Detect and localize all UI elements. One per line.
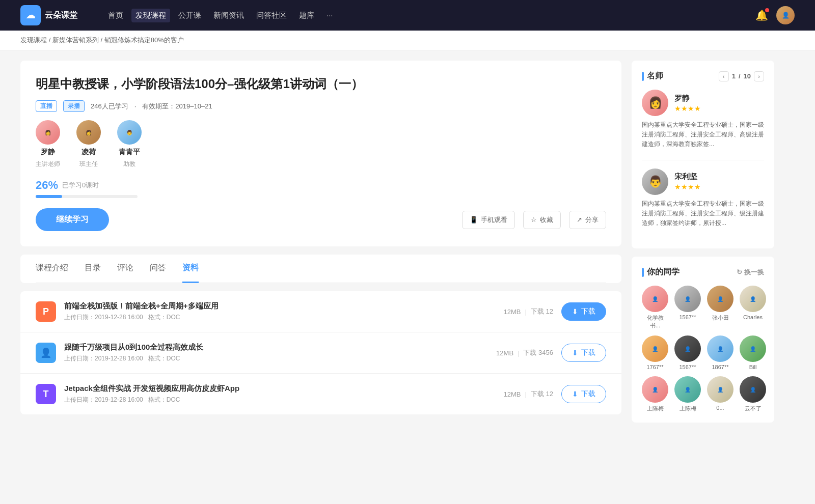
classmate-avatar-7: 👤 [740, 335, 766, 362]
breadcrumb-item-3[interactable]: 销冠修炼术搞定80%的客户 [104, 36, 184, 44]
resource-item-2: T Jetpack全组件实战 开发短视频应用高仿皮皮虾App 上传日期：2019… [20, 374, 621, 414]
pager-next[interactable]: › [754, 71, 764, 81]
nav-item-新闻资讯[interactable]: 新闻资讯 [209, 9, 248, 22]
classmate-item-5[interactable]: 👤 1567** [674, 335, 701, 370]
sidebar-teacher-1-stars: ★★★★ [674, 104, 764, 113]
download-icon-0: ⬇ [572, 307, 578, 316]
resource-item-1: 👤 跟随千万级项目从0到100全过程高效成长 上传日期：2019-12-28 1… [20, 332, 621, 374]
resource-stats-0: 12MB | 下载 12 [504, 307, 553, 316]
logo-icon: ☁ [20, 5, 41, 25]
nav-items: 首页发现课程公开课新闻资讯问答社区题库··· [104, 9, 337, 22]
resource-stats-2: 12MB | 下载 12 [504, 389, 553, 399]
left-column: 明星中教授课，小学阶段语法100分–强化级第1讲动词（一） 直播 录播 246人… [20, 61, 621, 431]
tab-catalog[interactable]: 目录 [85, 255, 101, 283]
nav-item-首页[interactable]: 首页 [104, 9, 127, 22]
course-actions: 继续学习 📱 手机观看 ☆ 收藏 ↗ 分享 [36, 208, 606, 231]
nav-bar: ☁ 云朵课堂 首页发现课程公开课新闻资讯问答社区题库··· 🔔 👤 [0, 0, 815, 31]
star-icon: ☆ [531, 216, 537, 223]
classmate-item-0[interactable]: 👤 化学教书... [642, 286, 668, 329]
classmate-item-2[interactable]: 👤 张小田 [707, 286, 734, 329]
teachers-section-title: 名师 ‹ 1 / 10 › [642, 71, 764, 81]
classmates-title-bar [642, 268, 644, 277]
course-title: 明星中教授课，小学阶段语法100分–强化级第1讲动词（一） [36, 76, 606, 92]
progress-section: 26% 已学习0课时 [36, 179, 606, 198]
classmate-item-11[interactable]: 👤 云不了 [740, 376, 766, 412]
sidebar-teacher-2-stars: ★★★★ [674, 183, 764, 191]
tab-review[interactable]: 评论 [117, 255, 133, 283]
classmate-item-9[interactable]: 👤 上陈梅 [674, 376, 701, 412]
course-header-card: 明星中教授课，小学阶段语法100分–强化级第1讲动词（一） 直播 录播 246人… [20, 61, 621, 246]
progress-label: 已学习0课时 [62, 181, 99, 190]
classmate-name-5: 1567** [679, 364, 696, 370]
teacher-1-avatar: 👩 [36, 120, 60, 145]
classmate-item-10[interactable]: 👤 0... [707, 376, 734, 412]
tab-intro[interactable]: 课程介绍 [36, 255, 68, 283]
refresh-button[interactable]: ↻ 换一换 [737, 268, 764, 277]
pager-prev[interactable]: ‹ [719, 71, 729, 81]
favorite-button[interactable]: ☆ 收藏 [523, 211, 561, 229]
teacher-1: 👩 罗静 主讲老师 [36, 120, 60, 169]
progress-percentage: 26% [36, 179, 58, 192]
mobile-watch-button[interactable]: 📱 手机观看 [462, 211, 515, 229]
classmates-card: 你的同学 ↻ 换一换 👤 化学教书... 👤 1567** 👤 张小田 [632, 257, 774, 423]
download-label-1: 下载 [581, 348, 595, 357]
resource-downloads-0: 下载 12 [531, 307, 553, 316]
resource-info-1: 跟随千万级项目从0到100全过程高效成长 上传日期：2019-12-28 16:… [64, 343, 488, 363]
tab-material[interactable]: 资料 [182, 255, 199, 283]
sidebar-teacher-1-desc: 国内某重点大学安全工程专业硕士，国家一级注册消防工程师、注册安全工程师、高级注册… [642, 120, 764, 150]
teacher-divider [642, 160, 764, 160]
logo[interactable]: ☁ 云朵课堂 [20, 5, 77, 25]
sidebar-teacher-1: 👩 罗静 ★★★★ 国内某重点大学安全工程专业硕士，国家一级注册消防工程师、注册… [642, 90, 764, 150]
avatar-image: 👤 [776, 6, 795, 24]
breadcrumb-item-2[interactable]: 新媒体营销系列 [52, 36, 99, 44]
notification-bell[interactable]: 🔔 [755, 9, 768, 21]
nav-item-公开课[interactable]: 公开课 [174, 9, 205, 22]
classmate-name-10: 0... [716, 405, 724, 411]
nav-item-问答社区[interactable]: 问答社区 [252, 9, 291, 22]
favorite-label: 收藏 [540, 215, 553, 225]
share-button[interactable]: ↗ 分享 [569, 211, 606, 229]
sidebar-teacher-1-avatar: 👩 [642, 90, 668, 116]
sidebar-teacher-2: 👨 宋利坚 ★★★★ 国内某重点大学安全工程专业硕士，国家一级注册消防工程师、注… [642, 169, 764, 229]
nav-item-···[interactable]: ··· [322, 9, 337, 22]
classmate-name-7: Bill [749, 364, 757, 370]
user-avatar[interactable]: 👤 [776, 6, 795, 24]
classmate-item-4[interactable]: 👤 1767** [642, 335, 668, 370]
dot-separator: · [134, 102, 137, 110]
resource-icon-0: P [36, 301, 56, 322]
resource-info-0: 前端全栈加强版！前端全栈+全周期+多端应用 上传日期：2019-12-28 16… [64, 301, 496, 322]
tab-qa[interactable]: 问答 [150, 255, 166, 283]
teacher-2-avatar: 👩 [76, 120, 101, 145]
download-button-0[interactable]: ⬇ 下载 [561, 302, 606, 321]
classmate-item-7[interactable]: 👤 Bill [740, 335, 766, 370]
resource-icon-2: T [36, 384, 56, 404]
notification-dot [765, 8, 769, 12]
classmate-item-8[interactable]: 👤 上陈梅 [642, 376, 668, 412]
nav-right: 🔔 👤 [755, 6, 795, 24]
classmate-item-1[interactable]: 👤 1567** [674, 286, 701, 329]
nav-item-题库[interactable]: 题库 [295, 9, 318, 22]
download-button-1[interactable]: ⬇ 下载 [561, 344, 606, 362]
share-icon: ↗ [577, 216, 582, 223]
resource-size-0: 12MB [504, 308, 521, 316]
classmate-item-6[interactable]: 👤 1867** [707, 335, 734, 370]
classmate-name-11: 云不了 [745, 405, 762, 412]
classmate-avatar-3: 👤 [740, 286, 766, 312]
course-meta: 直播 录播 246人已学习 · 有效期至：2019–10–21 [36, 100, 606, 112]
logo-text: 云朵课堂 [45, 10, 77, 21]
classmate-avatar-10: 👤 [707, 376, 734, 403]
breadcrumb-item-1[interactable]: 发现课程 [20, 36, 47, 44]
teacher-1-role: 主讲老师 [36, 160, 60, 169]
teacher-2-role: 班主任 [79, 160, 98, 169]
teachers-card: 名师 ‹ 1 / 10 › 👩 罗静 ★★★★ [632, 61, 774, 248]
download-icon-1: ⬇ [572, 349, 578, 357]
download-button-2[interactable]: ⬇ 下载 [561, 385, 606, 403]
continue-study-button[interactable]: 继续学习 [36, 208, 109, 231]
teachers-title-text: 名师 [647, 71, 663, 81]
classmate-avatar-6: 👤 [707, 335, 734, 362]
classmate-name-3: Charles [743, 314, 763, 320]
nav-item-发现课程[interactable]: 发现课程 [131, 9, 170, 22]
classmate-item-3[interactable]: 👤 Charles [740, 286, 766, 329]
resource-icon-1: 👤 [36, 343, 56, 363]
teacher-3-role: 助教 [123, 160, 135, 169]
